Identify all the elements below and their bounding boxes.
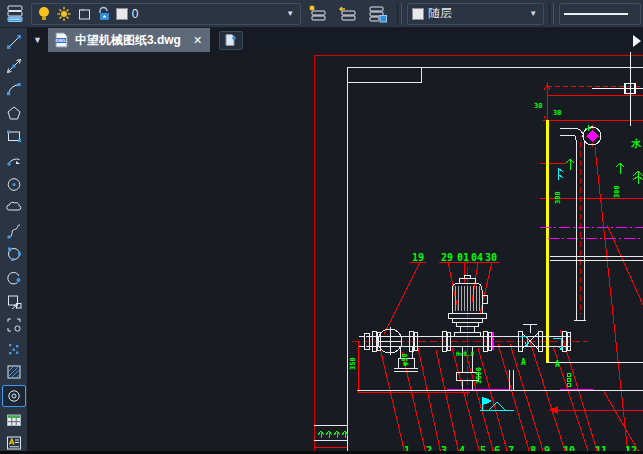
toolbar-separator (397, 3, 402, 25)
top-toolbar: 0 ▼ (0, 0, 643, 28)
current-color-name: 随层 (428, 5, 452, 22)
ellipse-arc-icon (5, 269, 23, 287)
make-object-layer-current-button[interactable] (304, 2, 332, 26)
spline-icon (5, 222, 23, 240)
circle-tool-button[interactable] (2, 173, 26, 195)
layer-dropdown-arrow[interactable]: ▼ (284, 9, 296, 18)
viewport-freeze-icon[interactable] (76, 5, 92, 23)
ellipse-arc-tool-button[interactable] (2, 267, 26, 289)
tab-label: 中望机械图纸3.dwg (75, 32, 181, 49)
draw-toolbar (0, 28, 28, 454)
linetype-dropdown[interactable] (559, 3, 641, 25)
table-icon (5, 411, 23, 429)
insert-block-tool-button[interactable] (2, 291, 26, 313)
new-tab-icon (223, 33, 239, 47)
rectangle-icon (5, 127, 23, 145)
layer-color-swatch (116, 8, 128, 20)
spline-tool-button[interactable] (2, 220, 26, 242)
tab-drawing-file[interactable]: DWG 中望机械图纸3.dwg ✕ (48, 28, 210, 52)
revision-cloud-tool-button[interactable] (2, 196, 26, 218)
ellipse-tool-button[interactable] (2, 243, 26, 265)
svg-text:300: 300 (613, 185, 621, 198)
layer-freeze-sun-icon[interactable] (56, 5, 72, 23)
circle-icon (5, 175, 23, 193)
drawing-canvas[interactable]: 19 29 01 04 30 1 2 3 4 5 6 7 8 9 10 11 1… (28, 52, 643, 454)
line-tool-button[interactable] (2, 31, 26, 53)
crosshair-cursor (592, 52, 643, 126)
svg-text:1600: 1600 (475, 367, 483, 384)
svg-text:H=0.8: H=0.8 (456, 350, 474, 357)
polyline-icon (5, 80, 23, 98)
cad-drawing: 19 29 01 04 30 1 2 3 4 5 6 7 8 9 10 11 1… (28, 52, 643, 454)
ellipse-icon (5, 245, 23, 263)
layer-states-button[interactable] (364, 2, 392, 26)
multiple-points-tool-button[interactable] (2, 338, 26, 360)
arc-tool-button[interactable] (2, 149, 26, 171)
polygon-tool-button[interactable] (2, 102, 26, 124)
polygon-icon (5, 104, 23, 122)
svg-text:04: 04 (471, 252, 483, 263)
arc-icon (5, 151, 23, 169)
svg-text:DWG: DWG (55, 38, 65, 43)
tab-close-button[interactable]: ✕ (193, 34, 202, 47)
make-block-tool-button[interactable] (2, 314, 26, 336)
toolbar-separator (549, 3, 554, 25)
svg-text:01: 01 (457, 252, 469, 263)
layer-previous-icon (337, 3, 359, 25)
layer-previous-button[interactable] (334, 2, 362, 26)
table-tool-button[interactable] (2, 409, 26, 431)
layer-properties-icon (4, 3, 26, 25)
multiple-points-icon (5, 340, 23, 358)
layer-properties-button[interactable] (2, 2, 28, 26)
svg-text:水: 水 (630, 138, 642, 149)
layer-dropdown[interactable]: 0 ▼ (31, 3, 301, 25)
tab-scroll-right-arrow[interactable] (631, 34, 643, 48)
document-tab-bar: ▼ DWG 中望机械图纸3.dwg ✕ (28, 28, 643, 52)
svg-text:φ50: φ50 (401, 353, 409, 366)
green-symbols (318, 125, 643, 438)
color-dropdown[interactable]: 随层 ▼ (407, 3, 544, 25)
current-layer-name: 0 (132, 7, 139, 21)
donut-tool-button[interactable] (2, 385, 26, 407)
make-layer-current-icon (307, 3, 329, 25)
linetype-preview-line (564, 13, 628, 15)
layer-states-icon (367, 3, 389, 25)
dwg-file-icon: DWG (54, 32, 69, 48)
layer-on-bulb-icon[interactable] (36, 5, 52, 23)
current-color-swatch (412, 8, 424, 20)
cad-application-window: 0 ▼ (0, 0, 643, 454)
donut-icon (5, 387, 23, 405)
line-icon (5, 33, 23, 51)
svg-text:A: A (555, 360, 560, 369)
layer-tools-group (304, 2, 392, 26)
unlock-icon[interactable] (96, 5, 112, 23)
svg-text:30: 30 (534, 102, 542, 110)
new-tab-button[interactable] (219, 31, 243, 50)
mtext-icon (5, 434, 23, 452)
construction-line-tool-button[interactable] (2, 55, 26, 77)
hatch-icon (5, 363, 23, 381)
tab-list-dropdown-arrow[interactable]: ▼ (33, 35, 42, 45)
hatch-tool-button[interactable] (2, 361, 26, 383)
svg-text:A: A (521, 358, 526, 367)
svg-text:30: 30 (485, 252, 497, 263)
construction-line-icon (5, 57, 23, 75)
svg-text:19: 19 (412, 252, 424, 263)
svg-text:350: 350 (349, 357, 357, 370)
polyline-tool-button[interactable] (2, 78, 26, 100)
svg-text:29: 29 (441, 252, 453, 263)
svg-text:380: 380 (554, 191, 562, 204)
rectangle-tool-button[interactable] (2, 125, 26, 147)
revision-cloud-icon (5, 198, 23, 216)
cyan-symbols (480, 168, 563, 410)
insert-block-icon (5, 293, 23, 311)
color-dropdown-arrow[interactable]: ▼ (527, 9, 539, 18)
svg-text:38: 38 (553, 109, 561, 117)
make-block-icon (5, 316, 23, 334)
